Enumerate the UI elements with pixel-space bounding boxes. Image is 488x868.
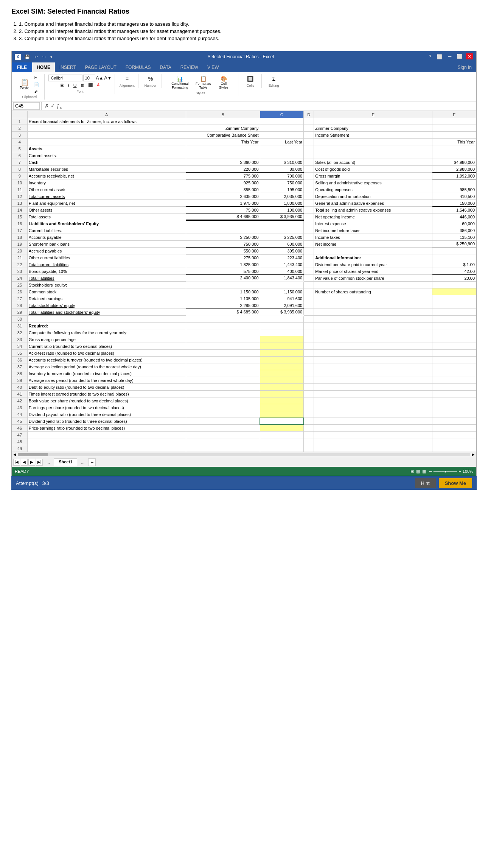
- cell-E40[interactable]: [314, 384, 432, 391]
- redo-button[interactable]: ↪: [41, 54, 47, 60]
- row-header-4[interactable]: 4: [12, 139, 28, 145]
- col-header-E[interactable]: E: [314, 111, 432, 118]
- cell-D27[interactable]: [304, 295, 314, 302]
- cell-A48[interactable]: [27, 438, 186, 445]
- row-header-49[interactable]: 49: [12, 445, 28, 452]
- cell-A5[interactable]: Assets: [27, 145, 186, 152]
- cell-B5[interactable]: [186, 145, 260, 152]
- row-header-20[interactable]: 20: [12, 248, 28, 254]
- cell-B18[interactable]: $ 250,000: [186, 234, 260, 241]
- cell-B37[interactable]: [186, 363, 260, 370]
- copy-button[interactable]: 📄: [32, 81, 41, 88]
- zoom-in-button[interactable]: +: [458, 469, 461, 474]
- cell-D31[interactable]: [304, 323, 314, 329]
- cell-F20[interactable]: [432, 248, 476, 254]
- percent-button[interactable]: %: [146, 75, 155, 83]
- cell-C45[interactable]: [260, 418, 304, 425]
- cell-B14[interactable]: 75,000: [186, 207, 260, 213]
- conditional-formatting-button[interactable]: 📊 Conditional Formatting: [169, 75, 191, 90]
- hint-button[interactable]: Hint: [415, 478, 436, 488]
- cell-A28[interactable]: Total stockholders' equity: [27, 302, 186, 309]
- cell-E27[interactable]: [314, 295, 432, 302]
- row-header-17[interactable]: 17: [12, 227, 28, 234]
- cell-E13[interactable]: General and administrative expenses: [314, 200, 432, 207]
- page-break-view-button[interactable]: ▦: [422, 469, 426, 474]
- row-header-40[interactable]: 40: [12, 384, 28, 391]
- cell-F33[interactable]: [432, 336, 476, 343]
- hscroll-thumb[interactable]: [18, 453, 48, 456]
- cell-F15[interactable]: 446,000: [432, 213, 476, 220]
- cell-D43[interactable]: [304, 404, 314, 411]
- cell-D3[interactable]: [304, 132, 314, 139]
- cell-B22[interactable]: 1,825,000: [186, 261, 260, 268]
- cell-E16[interactable]: Interest expense: [314, 220, 432, 227]
- cell-C41[interactable]: [260, 391, 304, 397]
- cell-B38[interactable]: [186, 370, 260, 377]
- cell-E8[interactable]: Cost of goods sold: [314, 166, 432, 173]
- cell-F44[interactable]: [432, 411, 476, 418]
- cell-A6[interactable]: Current assets:: [27, 152, 186, 159]
- cell-B33[interactable]: [186, 336, 260, 343]
- row-header-29[interactable]: 29: [12, 309, 28, 316]
- cell-E45[interactable]: [314, 418, 432, 425]
- decrease-font-button[interactable]: A▼: [104, 75, 112, 81]
- cell-reference-input[interactable]: [13, 102, 40, 110]
- font-size-input[interactable]: [83, 75, 95, 81]
- cell-B32[interactable]: [186, 329, 260, 336]
- cell-C4[interactable]: Last Year: [260, 139, 304, 145]
- cell-A45[interactable]: Dividend yield ratio (rounded to three d…: [27, 418, 186, 425]
- cell-E49[interactable]: [314, 445, 432, 452]
- cell-C24[interactable]: 1,843,400: [260, 275, 304, 282]
- cell-D24[interactable]: [304, 275, 314, 282]
- row-header-19[interactable]: 19: [12, 241, 28, 248]
- tab-formulas[interactable]: FORMULAS: [121, 62, 155, 72]
- cell-F24[interactable]: 20.00: [432, 275, 476, 282]
- row-header-37[interactable]: 37: [12, 363, 28, 370]
- cell-F38[interactable]: [432, 370, 476, 377]
- cell-E35[interactable]: [314, 350, 432, 357]
- row-header-36[interactable]: 36: [12, 357, 28, 363]
- cell-B9[interactable]: 775,000: [186, 173, 260, 179]
- cell-B42[interactable]: [186, 397, 260, 404]
- cell-C46[interactable]: [260, 425, 304, 432]
- cell-B10[interactable]: 925,000: [186, 179, 260, 186]
- cell-F45[interactable]: [432, 418, 476, 425]
- cell-F39[interactable]: [432, 377, 476, 384]
- cell-C47[interactable]: [260, 432, 304, 438]
- col-header-D[interactable]: D: [304, 111, 314, 118]
- cell-E24[interactable]: Par value of common stock per share: [314, 275, 432, 282]
- cell-D29[interactable]: [304, 309, 314, 316]
- cell-F29[interactable]: [432, 309, 476, 316]
- cell-E44[interactable]: [314, 411, 432, 418]
- cell-E3[interactable]: Income Statement: [314, 132, 432, 139]
- cell-F22[interactable]: $ 1.00: [432, 261, 476, 268]
- cell-D33[interactable]: [304, 336, 314, 343]
- cell-A44[interactable]: Dividend payout ratio (rounded to three …: [27, 411, 186, 418]
- close-button[interactable]: ✕: [466, 53, 473, 59]
- fill-color-button[interactable]: ⬛: [86, 82, 95, 89]
- save-button[interactable]: 💾: [23, 54, 31, 60]
- cell-C32[interactable]: [260, 329, 304, 336]
- normal-view-button[interactable]: ⊞: [410, 469, 414, 474]
- cell-D15[interactable]: [304, 213, 314, 220]
- cell-A9[interactable]: Accounts receivable, net: [27, 173, 186, 179]
- cell-F23[interactable]: 42.00: [432, 268, 476, 275]
- cell-C27[interactable]: 941,600: [260, 295, 304, 302]
- last-sheet-button[interactable]: ▶|: [36, 459, 43, 466]
- cell-C15[interactable]: $ 3,935,000: [260, 213, 304, 220]
- row-header-2[interactable]: 2: [12, 125, 28, 132]
- cell-B23[interactable]: 575,000: [186, 268, 260, 275]
- row-header-10[interactable]: 10: [12, 179, 28, 186]
- format-painter-button[interactable]: 🖌: [32, 88, 41, 94]
- cell-A47[interactable]: [27, 432, 186, 438]
- cell-E30[interactable]: [314, 316, 432, 323]
- cell-F13[interactable]: 150,000: [432, 200, 476, 207]
- cell-C26[interactable]: 1,150,000: [260, 288, 304, 295]
- tab-home[interactable]: HOME: [32, 62, 55, 72]
- cell-B47[interactable]: [186, 432, 260, 438]
- row-header-24[interactable]: 24: [12, 275, 28, 282]
- cell-D35[interactable]: [304, 350, 314, 357]
- row-header-15[interactable]: 15: [12, 213, 28, 220]
- tab-insert[interactable]: INSERT: [55, 62, 81, 72]
- font-color-button[interactable]: A: [95, 82, 101, 89]
